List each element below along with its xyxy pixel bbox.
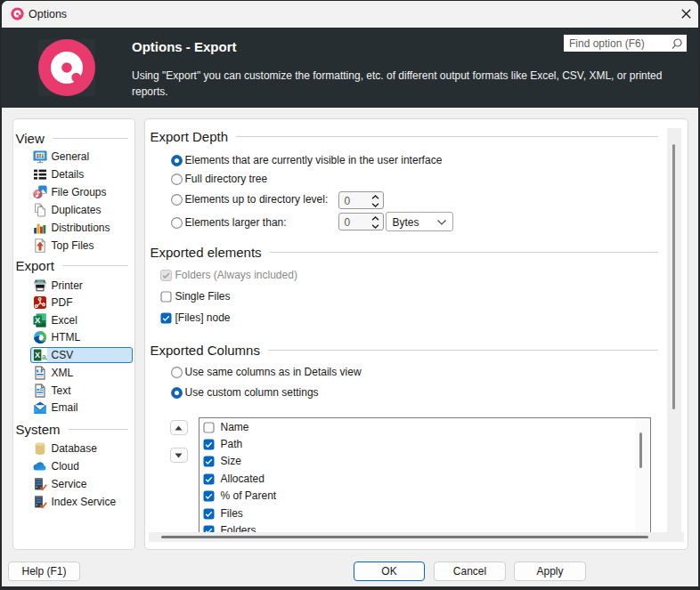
svg-text:X: X <box>35 351 40 360</box>
svg-text:a,: a, <box>42 352 47 361</box>
svg-text:X: X <box>35 315 41 325</box>
